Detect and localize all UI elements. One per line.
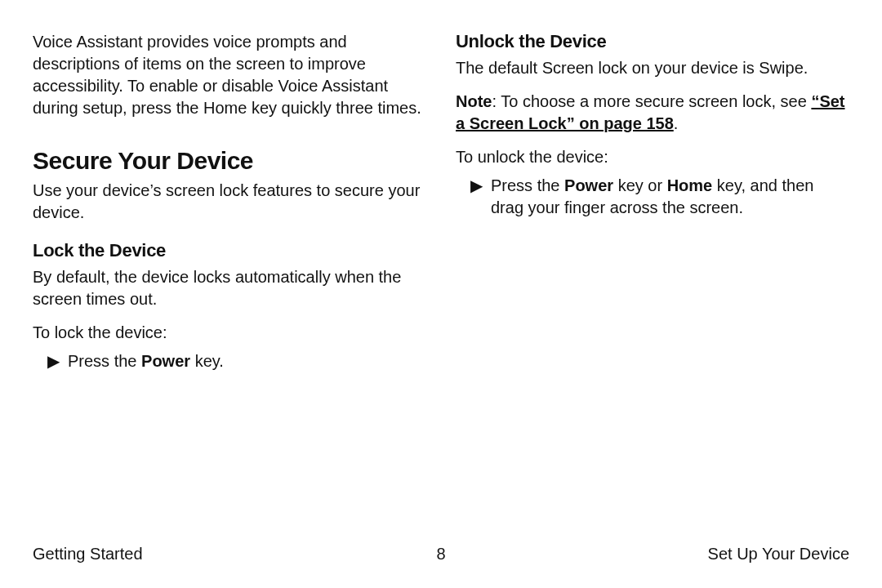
lock-step-text: Press the Power key. <box>68 350 224 372</box>
secure-paragraph: Use your device’s screen lock features t… <box>33 180 426 224</box>
unlock-paragraph: The default Screen lock on your device i… <box>456 57 849 79</box>
lock-instruction-label: To lock the device: <box>33 322 426 344</box>
note-after: . <box>674 114 679 132</box>
arrow-icon: ▶ <box>456 175 483 219</box>
lock-paragraph: By default, the device locks automatical… <box>33 266 426 310</box>
footer-left: Getting Started <box>33 545 143 564</box>
lock-step: ▶ Press the Power key. <box>33 350 426 372</box>
page-footer: Getting Started 8 Set Up Your Device <box>33 545 849 564</box>
right-column: Unlock the Device The default Screen loc… <box>456 31 849 384</box>
arrow-icon: ▶ <box>33 350 60 372</box>
unlock-step-power: Power <box>564 176 613 194</box>
heading-unlock-the-device: Unlock the Device <box>456 31 849 52</box>
unlock-step-home: Home <box>667 176 713 194</box>
unlock-step-prefix: Press the <box>491 176 564 194</box>
note-paragraph: Note: To choose a more secure screen loc… <box>456 91 849 135</box>
intro-paragraph: Voice Assistant provides voice prompts a… <box>33 31 426 119</box>
left-column: Voice Assistant provides voice prompts a… <box>33 31 426 384</box>
lock-step-prefix: Press the <box>68 352 141 370</box>
lock-step-power: Power <box>141 352 190 370</box>
footer-right: Set Up Your Device <box>708 545 849 564</box>
heading-secure-your-device: Secure Your Device <box>33 147 426 175</box>
footer-page-number: 8 <box>436 545 445 564</box>
unlock-step-text: Press the Power key or Home key, and the… <box>491 175 849 219</box>
note-text: : To choose a more secure screen lock, s… <box>492 92 811 110</box>
two-column-layout: Voice Assistant provides voice prompts a… <box>33 31 849 384</box>
unlock-instruction-label: To unlock the device: <box>456 146 849 168</box>
unlock-step: ▶ Press the Power key or Home key, and t… <box>456 175 849 219</box>
unlock-step-mid: key or <box>613 176 667 194</box>
lock-step-suffix: key. <box>190 352 224 370</box>
manual-page: Voice Assistant provides voice prompts a… <box>0 0 882 588</box>
note-label: Note <box>456 92 492 110</box>
heading-lock-the-device: Lock the Device <box>33 240 426 261</box>
